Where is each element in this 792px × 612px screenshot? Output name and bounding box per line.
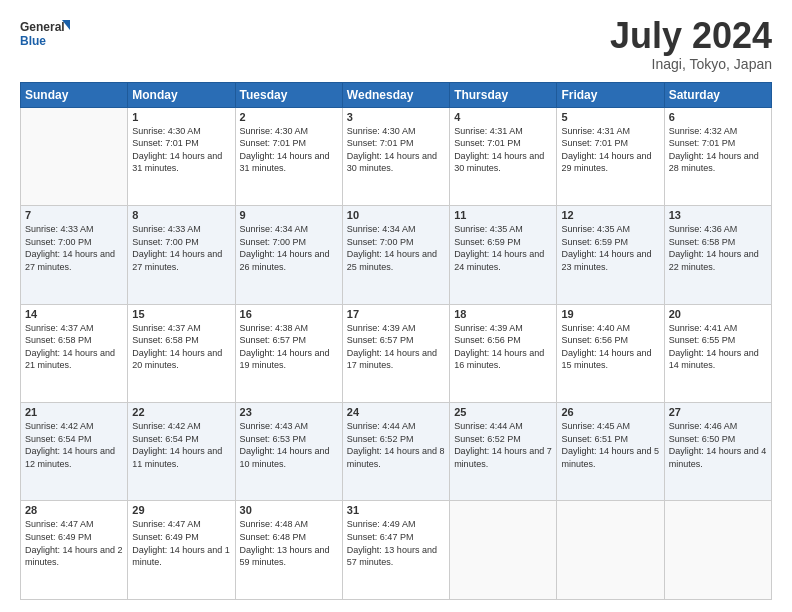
calendar-header-row: SundayMondayTuesdayWednesdayThursdayFrid… bbox=[21, 82, 772, 107]
day-info: Sunrise: 4:30 AMSunset: 7:01 PMDaylight:… bbox=[347, 125, 445, 175]
day-info: Sunrise: 4:39 AMSunset: 6:56 PMDaylight:… bbox=[454, 322, 552, 372]
day-info: Sunrise: 4:38 AMSunset: 6:57 PMDaylight:… bbox=[240, 322, 338, 372]
calendar-cell-w0-d1: 1Sunrise: 4:30 AMSunset: 7:01 PMDaylight… bbox=[128, 107, 235, 205]
day-info: Sunrise: 4:37 AMSunset: 6:58 PMDaylight:… bbox=[25, 322, 123, 372]
calendar-cell-w4-d1: 29Sunrise: 4:47 AMSunset: 6:49 PMDayligh… bbox=[128, 501, 235, 600]
day-number: 19 bbox=[561, 308, 659, 320]
week-row-5: 28Sunrise: 4:47 AMSunset: 6:49 PMDayligh… bbox=[21, 501, 772, 600]
calendar-cell-w3-d2: 23Sunrise: 4:43 AMSunset: 6:53 PMDayligh… bbox=[235, 403, 342, 501]
day-number: 23 bbox=[240, 406, 338, 418]
day-info: Sunrise: 4:43 AMSunset: 6:53 PMDaylight:… bbox=[240, 420, 338, 470]
day-number: 28 bbox=[25, 504, 123, 516]
svg-text:General: General bbox=[20, 20, 65, 34]
header: General Blue July 2024 Inagi, Tokyo, Jap… bbox=[20, 16, 772, 72]
day-number: 6 bbox=[669, 111, 767, 123]
day-info: Sunrise: 4:47 AMSunset: 6:49 PMDaylight:… bbox=[132, 518, 230, 568]
calendar-table: SundayMondayTuesdayWednesdayThursdayFrid… bbox=[20, 82, 772, 600]
day-info: Sunrise: 4:42 AMSunset: 6:54 PMDaylight:… bbox=[25, 420, 123, 470]
subtitle: Inagi, Tokyo, Japan bbox=[610, 56, 772, 72]
day-info: Sunrise: 4:34 AMSunset: 7:00 PMDaylight:… bbox=[347, 223, 445, 273]
calendar-cell-w0-d4: 4Sunrise: 4:31 AMSunset: 7:01 PMDaylight… bbox=[450, 107, 557, 205]
day-info: Sunrise: 4:39 AMSunset: 6:57 PMDaylight:… bbox=[347, 322, 445, 372]
calendar-cell-w1-d6: 13Sunrise: 4:36 AMSunset: 6:58 PMDayligh… bbox=[664, 206, 771, 304]
day-number: 14 bbox=[25, 308, 123, 320]
calendar-cell-w1-d4: 11Sunrise: 4:35 AMSunset: 6:59 PMDayligh… bbox=[450, 206, 557, 304]
calendar-cell-w1-d5: 12Sunrise: 4:35 AMSunset: 6:59 PMDayligh… bbox=[557, 206, 664, 304]
day-number: 24 bbox=[347, 406, 445, 418]
header-tuesday: Tuesday bbox=[235, 82, 342, 107]
calendar-cell-w1-d2: 9Sunrise: 4:34 AMSunset: 7:00 PMDaylight… bbox=[235, 206, 342, 304]
day-number: 18 bbox=[454, 308, 552, 320]
day-number: 20 bbox=[669, 308, 767, 320]
calendar-cell-w2-d4: 18Sunrise: 4:39 AMSunset: 6:56 PMDayligh… bbox=[450, 304, 557, 402]
day-info: Sunrise: 4:42 AMSunset: 6:54 PMDaylight:… bbox=[132, 420, 230, 470]
week-row-4: 21Sunrise: 4:42 AMSunset: 6:54 PMDayligh… bbox=[21, 403, 772, 501]
day-number: 12 bbox=[561, 209, 659, 221]
calendar-cell-w4-d3: 31Sunrise: 4:49 AMSunset: 6:47 PMDayligh… bbox=[342, 501, 449, 600]
calendar-cell-w3-d1: 22Sunrise: 4:42 AMSunset: 6:54 PMDayligh… bbox=[128, 403, 235, 501]
calendar-cell-w3-d4: 25Sunrise: 4:44 AMSunset: 6:52 PMDayligh… bbox=[450, 403, 557, 501]
calendar-cell-w1-d1: 8Sunrise: 4:33 AMSunset: 7:00 PMDaylight… bbox=[128, 206, 235, 304]
day-number: 17 bbox=[347, 308, 445, 320]
day-info: Sunrise: 4:30 AMSunset: 7:01 PMDaylight:… bbox=[132, 125, 230, 175]
day-number: 30 bbox=[240, 504, 338, 516]
day-number: 26 bbox=[561, 406, 659, 418]
calendar-cell-w2-d6: 20Sunrise: 4:41 AMSunset: 6:55 PMDayligh… bbox=[664, 304, 771, 402]
week-row-1: 1Sunrise: 4:30 AMSunset: 7:01 PMDaylight… bbox=[21, 107, 772, 205]
day-number: 3 bbox=[347, 111, 445, 123]
week-row-2: 7Sunrise: 4:33 AMSunset: 7:00 PMDaylight… bbox=[21, 206, 772, 304]
logo-svg: General Blue bbox=[20, 16, 70, 54]
day-number: 16 bbox=[240, 308, 338, 320]
day-number: 4 bbox=[454, 111, 552, 123]
calendar-cell-w0-d5: 5Sunrise: 4:31 AMSunset: 7:01 PMDaylight… bbox=[557, 107, 664, 205]
svg-text:Blue: Blue bbox=[20, 34, 46, 48]
header-sunday: Sunday bbox=[21, 82, 128, 107]
calendar-cell-w4-d5 bbox=[557, 501, 664, 600]
calendar-cell-w3-d0: 21Sunrise: 4:42 AMSunset: 6:54 PMDayligh… bbox=[21, 403, 128, 501]
calendar-cell-w4-d0: 28Sunrise: 4:47 AMSunset: 6:49 PMDayligh… bbox=[21, 501, 128, 600]
calendar-cell-w2-d1: 15Sunrise: 4:37 AMSunset: 6:58 PMDayligh… bbox=[128, 304, 235, 402]
header-thursday: Thursday bbox=[450, 82, 557, 107]
day-info: Sunrise: 4:47 AMSunset: 6:49 PMDaylight:… bbox=[25, 518, 123, 568]
header-wednesday: Wednesday bbox=[342, 82, 449, 107]
day-number: 10 bbox=[347, 209, 445, 221]
day-number: 15 bbox=[132, 308, 230, 320]
calendar-cell-w4-d6 bbox=[664, 501, 771, 600]
header-monday: Monday bbox=[128, 82, 235, 107]
day-number: 27 bbox=[669, 406, 767, 418]
day-info: Sunrise: 4:44 AMSunset: 6:52 PMDaylight:… bbox=[347, 420, 445, 470]
calendar-cell-w3-d5: 26Sunrise: 4:45 AMSunset: 6:51 PMDayligh… bbox=[557, 403, 664, 501]
calendar-cell-w2-d0: 14Sunrise: 4:37 AMSunset: 6:58 PMDayligh… bbox=[21, 304, 128, 402]
calendar-cell-w0-d0 bbox=[21, 107, 128, 205]
day-number: 8 bbox=[132, 209, 230, 221]
calendar-cell-w4-d4 bbox=[450, 501, 557, 600]
day-info: Sunrise: 4:33 AMSunset: 7:00 PMDaylight:… bbox=[132, 223, 230, 273]
title-block: July 2024 Inagi, Tokyo, Japan bbox=[610, 16, 772, 72]
week-row-3: 14Sunrise: 4:37 AMSunset: 6:58 PMDayligh… bbox=[21, 304, 772, 402]
day-info: Sunrise: 4:36 AMSunset: 6:58 PMDaylight:… bbox=[669, 223, 767, 273]
day-info: Sunrise: 4:45 AMSunset: 6:51 PMDaylight:… bbox=[561, 420, 659, 470]
day-number: 29 bbox=[132, 504, 230, 516]
day-number: 1 bbox=[132, 111, 230, 123]
main-title: July 2024 bbox=[610, 16, 772, 56]
day-info: Sunrise: 4:35 AMSunset: 6:59 PMDaylight:… bbox=[561, 223, 659, 273]
day-info: Sunrise: 4:44 AMSunset: 6:52 PMDaylight:… bbox=[454, 420, 552, 470]
day-number: 5 bbox=[561, 111, 659, 123]
day-number: 9 bbox=[240, 209, 338, 221]
day-info: Sunrise: 4:31 AMSunset: 7:01 PMDaylight:… bbox=[561, 125, 659, 175]
calendar-cell-w2-d3: 17Sunrise: 4:39 AMSunset: 6:57 PMDayligh… bbox=[342, 304, 449, 402]
day-info: Sunrise: 4:49 AMSunset: 6:47 PMDaylight:… bbox=[347, 518, 445, 568]
calendar-cell-w0-d6: 6Sunrise: 4:32 AMSunset: 7:01 PMDaylight… bbox=[664, 107, 771, 205]
logo: General Blue bbox=[20, 16, 70, 54]
day-number: 7 bbox=[25, 209, 123, 221]
day-number: 13 bbox=[669, 209, 767, 221]
day-info: Sunrise: 4:37 AMSunset: 6:58 PMDaylight:… bbox=[132, 322, 230, 372]
day-info: Sunrise: 4:31 AMSunset: 7:01 PMDaylight:… bbox=[454, 125, 552, 175]
day-info: Sunrise: 4:41 AMSunset: 6:55 PMDaylight:… bbox=[669, 322, 767, 372]
day-info: Sunrise: 4:35 AMSunset: 6:59 PMDaylight:… bbox=[454, 223, 552, 273]
day-number: 21 bbox=[25, 406, 123, 418]
calendar-cell-w2-d5: 19Sunrise: 4:40 AMSunset: 6:56 PMDayligh… bbox=[557, 304, 664, 402]
day-info: Sunrise: 4:30 AMSunset: 7:01 PMDaylight:… bbox=[240, 125, 338, 175]
header-saturday: Saturday bbox=[664, 82, 771, 107]
day-number: 25 bbox=[454, 406, 552, 418]
